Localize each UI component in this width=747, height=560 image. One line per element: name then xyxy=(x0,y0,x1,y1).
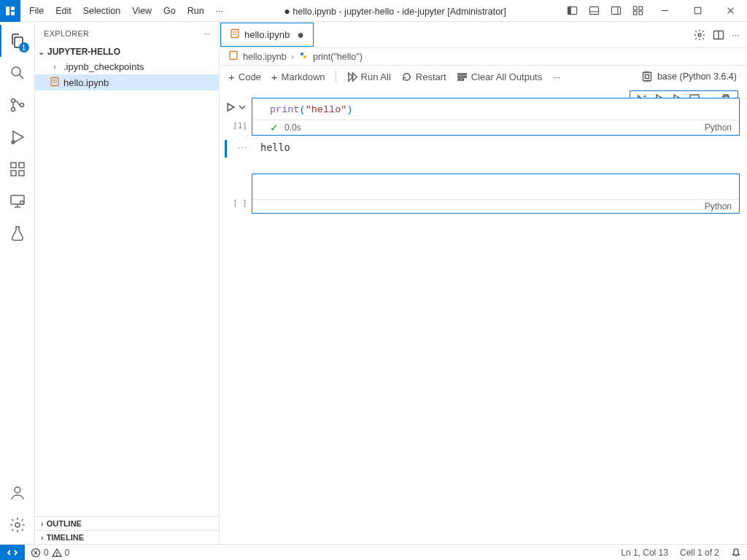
close-button[interactable] xyxy=(714,0,747,22)
menu-overflow[interactable]: ··· xyxy=(210,6,229,16)
chevron-right-icon: › xyxy=(291,52,294,62)
cell-language[interactable]: Python xyxy=(705,201,732,211)
tab-dirty-icon: ● xyxy=(297,28,304,42)
breadcrumb-symbol[interactable]: print("hello") xyxy=(313,52,363,62)
timeline-section[interactable]: › TIMELINE xyxy=(35,530,219,544)
svg-rect-50 xyxy=(645,75,649,79)
editor-more-icon[interactable]: ··· xyxy=(732,29,740,40)
notebook-toolbar-more-icon[interactable]: ··· xyxy=(552,71,560,82)
explorer-activity-icon[interactable]: 1 xyxy=(0,25,35,57)
svg-rect-46 xyxy=(458,73,466,74)
svg-rect-0 xyxy=(6,7,9,15)
remote-indicator[interactable] xyxy=(0,545,25,560)
menu-selection[interactable]: Selection xyxy=(77,3,126,19)
warning-count: 0 xyxy=(65,548,70,558)
svg-point-33 xyxy=(15,523,20,527)
accounts-activity-icon[interactable] xyxy=(0,477,35,509)
outline-section[interactable]: › OUTLINE xyxy=(35,516,219,530)
notebook-settings-icon[interactable] xyxy=(694,29,705,41)
svg-point-18 xyxy=(12,67,20,76)
tree-item-folder[interactable]: › .ipynb_checkpoints xyxy=(35,58,219,74)
split-editor-icon[interactable] xyxy=(713,29,724,41)
svg-rect-34 xyxy=(51,77,58,85)
cell-language[interactable]: Python xyxy=(705,122,732,133)
status-bar: 0 0 Ln 1, Col 13 Cell 1 of 2 xyxy=(0,544,747,560)
extensions-activity-icon[interactable] xyxy=(0,153,35,185)
svg-rect-48 xyxy=(458,79,464,80)
svg-point-45 xyxy=(303,55,306,58)
chevron-right-icon: › xyxy=(41,533,44,542)
breadcrumbs[interactable]: hello.ipynb › print("hello") xyxy=(220,48,747,66)
notifications-icon[interactable] xyxy=(725,548,747,558)
chevron-down-icon: ⌄ xyxy=(38,47,44,57)
execution-count: [ ] xyxy=(233,198,247,208)
chevron-right-icon: › xyxy=(50,62,60,71)
notebook-body: ··· [1] print("hello") xyxy=(220,88,747,544)
code-cell[interactable]: [1] print("hello") ✓ 0.0s Python xyxy=(227,98,740,136)
menu-run[interactable]: Run xyxy=(182,3,210,19)
output-text: hello xyxy=(252,140,299,158)
svg-rect-28 xyxy=(11,195,24,204)
toggle-primary-sidebar-icon[interactable] xyxy=(561,0,583,22)
run-cell-button[interactable] xyxy=(225,102,247,112)
outline-label: OUTLINE xyxy=(47,519,82,528)
editor-tab[interactable]: hello.ipynb ● xyxy=(220,23,314,47)
search-activity-icon[interactable] xyxy=(0,57,35,89)
editor-region: hello.ipynb ● ··· hello.ipynb › print("h… xyxy=(220,22,747,544)
window-title: ● hello.ipynb - jupyter-hello - ide-jupy… xyxy=(229,5,561,17)
run-debug-activity-icon[interactable] xyxy=(0,121,35,153)
run-all-button[interactable]: Run All xyxy=(347,71,391,82)
add-markdown-cell-button[interactable]: Markdown xyxy=(271,71,325,83)
svg-rect-8 xyxy=(611,7,620,14)
minimize-button[interactable] xyxy=(649,0,681,22)
svg-rect-5 xyxy=(568,7,570,14)
svg-point-32 xyxy=(15,487,20,493)
problems-status[interactable]: 0 0 xyxy=(25,548,75,558)
add-code-cell-button[interactable]: Code xyxy=(228,71,261,83)
customize-layout-icon[interactable] xyxy=(627,0,649,22)
output-collapse-icon[interactable]: ··· xyxy=(237,141,247,152)
svg-point-22 xyxy=(20,104,23,107)
cell-info[interactable]: Cell 1 of 2 xyxy=(674,548,725,558)
notebook-file-icon xyxy=(50,77,60,89)
toggle-secondary-sidebar-icon[interactable] xyxy=(605,0,627,22)
toggle-panel-icon[interactable] xyxy=(583,0,605,22)
svg-point-40 xyxy=(698,34,701,36)
sidebar-more-icon[interactable]: ··· xyxy=(204,29,210,38)
svg-rect-6 xyxy=(589,7,598,14)
code-editor[interactable]: print("hello") xyxy=(252,98,739,120)
remote-explorer-activity-icon[interactable] xyxy=(0,185,35,217)
title-bar: File Edit Selection View Go Run ··· ● he… xyxy=(0,0,747,22)
folder-root[interactable]: ⌄ JUPYTER-HELLO xyxy=(35,45,219,58)
tree-item-notebook[interactable]: hello.ipynb xyxy=(35,74,219,90)
code-editor[interactable] xyxy=(252,174,739,199)
maximize-button[interactable] xyxy=(681,0,714,22)
activity-bar: 1 xyxy=(0,22,35,544)
titlebar-right xyxy=(561,0,747,22)
cursor-position[interactable]: Ln 1, Col 13 xyxy=(615,548,674,558)
svg-rect-26 xyxy=(19,171,24,176)
exec-time: 0.0s xyxy=(285,122,301,133)
menu-go[interactable]: Go xyxy=(158,3,182,19)
chevron-down-icon[interactable] xyxy=(237,102,247,112)
code-cell[interactable]: [ ] Python xyxy=(227,174,740,214)
testing-activity-icon[interactable] xyxy=(0,217,35,249)
tabs-row: hello.ipynb ● ··· xyxy=(220,22,747,48)
svg-rect-2 xyxy=(11,12,15,15)
clear-outputs-button[interactable]: Clear All Outputs xyxy=(457,71,543,82)
svg-rect-10 xyxy=(633,7,637,10)
warning-icon xyxy=(52,548,62,558)
source-control-activity-icon[interactable] xyxy=(0,89,35,121)
breadcrumb-file[interactable]: hello.ipynb xyxy=(243,52,287,62)
code-token-fn: print xyxy=(270,104,300,115)
restart-kernel-button[interactable]: Restart xyxy=(401,71,446,82)
menu-edit[interactable]: Edit xyxy=(50,3,77,19)
menu-view[interactable]: View xyxy=(126,3,158,19)
app-logo xyxy=(0,0,20,22)
settings-activity-icon[interactable] xyxy=(0,509,35,541)
kernel-selector[interactable]: base (Python 3.6.4) xyxy=(641,71,738,82)
svg-rect-13 xyxy=(638,11,642,15)
menu-file[interactable]: File xyxy=(23,3,50,19)
error-count: 0 xyxy=(44,548,49,558)
svg-rect-15 xyxy=(694,7,700,13)
